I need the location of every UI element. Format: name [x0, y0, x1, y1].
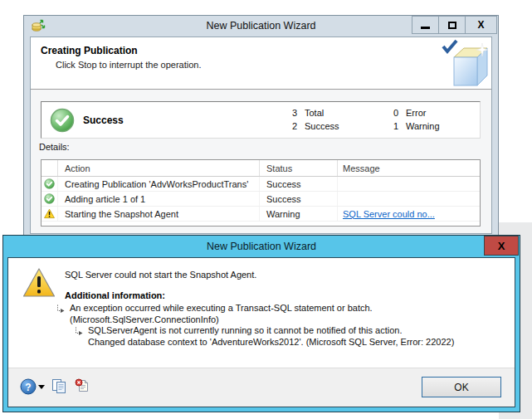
error-detail: SQLServerAgent is not currently running …: [88, 325, 454, 348]
dialog-titlebar[interactable]: New Publication Wizard X: [3, 236, 520, 257]
warning-icon: [44, 208, 55, 219]
wizard-body: Success 3 Total 2 Success 0: [31, 90, 491, 233]
stat-warning-label: Warning: [406, 121, 440, 131]
dialog-footer: ?: [8, 368, 515, 407]
stat-success-value: 2: [287, 121, 297, 131]
success-icon: [44, 193, 55, 204]
row-message: [338, 192, 480, 206]
row-action: Creating Publication 'AdvWorksProductTra…: [58, 177, 260, 191]
additional-info-label: Additional information:: [65, 290, 165, 300]
svg-text:?: ?: [25, 382, 31, 393]
table-row[interactable]: Starting the Snapshot Agent Warning SQL …: [41, 207, 480, 222]
success-icon: [44, 178, 55, 189]
table-header: Action Status Message: [41, 160, 480, 177]
save-error-report-button[interactable]: [75, 378, 90, 393]
dialog-body: SQL Server could not start the Snapshot …: [7, 257, 515, 407]
close-icon: X: [498, 240, 505, 252]
copy-icon: [51, 378, 66, 393]
close-button[interactable]: X: [465, 16, 497, 34]
copy-message-button[interactable]: [51, 378, 66, 393]
dropdown-caret-icon: [38, 385, 45, 389]
page-subtitle: Click Stop to interrupt the operation.: [56, 60, 201, 70]
detail-line: SQLServerAgent is not currently running …: [88, 325, 454, 337]
summary-stats-left: 3 Total 2 Success: [287, 106, 339, 133]
replication-database-icon: [31, 18, 46, 33]
row-status: Warning: [260, 207, 338, 221]
maximize-button[interactable]: [438, 16, 466, 34]
stat-success: 2 Success: [287, 119, 339, 133]
warning-message-link[interactable]: SQL Server could no...: [343, 209, 435, 219]
stat-total: 3 Total: [287, 106, 339, 119]
stat-total-label: Total: [305, 108, 324, 118]
stat-warning-value: 1: [388, 121, 398, 131]
details-table: Action Status Message Creating Publicati…: [41, 159, 481, 227]
stat-total-value: 3: [287, 108, 297, 118]
dialog-close-button[interactable]: X: [484, 236, 519, 256]
wizard-book-icon: [441, 39, 489, 87]
column-icon: [41, 160, 58, 176]
page-title: Creating Publication: [41, 45, 138, 56]
wizard-content: Creating Publication Click Stop to inter…: [30, 37, 492, 234]
row-status: Success: [260, 192, 338, 206]
column-message[interactable]: Message: [338, 160, 480, 176]
minimize-button[interactable]: [412, 16, 439, 34]
wizard-header: Creating Publication Click Stop to inter…: [31, 37, 491, 90]
error-message: SQL Server could not start the Snapshot …: [65, 270, 256, 280]
help-button[interactable]: ?: [20, 378, 45, 395]
table-row[interactable]: Creating Publication 'AdvWorksProductTra…: [41, 177, 480, 192]
row-message: [338, 177, 480, 191]
error-detail: An exception occurred while executing a …: [70, 303, 373, 325]
success-icon: [50, 108, 75, 133]
stat-error-label: Error: [406, 108, 426, 118]
details-label: Details:: [39, 142, 70, 152]
stat-success-label: Success: [305, 121, 339, 131]
column-status[interactable]: Status: [260, 160, 338, 176]
column-action[interactable]: Action: [58, 160, 260, 176]
row-status: Success: [260, 177, 338, 191]
stat-warning: 1 Warning: [388, 119, 440, 133]
wizard-window: New Publication Wizard X Creating Public…: [23, 15, 499, 241]
warning-icon: [22, 267, 56, 299]
summary-panel: Success 3 Total 2 Success 0: [41, 101, 481, 139]
help-icon: ?: [20, 378, 37, 395]
row-action: Adding article 1 of 1: [58, 192, 260, 206]
desktop: New Publication Wizard X Creating Public…: [0, 0, 532, 419]
maximize-icon: [448, 22, 456, 29]
detail-line: An exception occurred while executing a …: [70, 303, 373, 314]
detail-line: Changed database context to 'AdventureWo…: [88, 337, 454, 348]
table-row[interactable]: Adding article 1 of 1 Success: [41, 192, 480, 207]
error-report-icon: [75, 378, 90, 393]
row-action: Starting the Snapshot Agent: [58, 207, 260, 221]
stat-error-value: 0: [388, 108, 398, 118]
detail-arrow-icon: [56, 305, 66, 314]
summary-status: Success: [83, 114, 124, 126]
dialog-title: New Publication Wizard: [3, 236, 520, 257]
minimize-icon: [421, 27, 430, 29]
summary-stats-right: 0 Error 1 Warning: [388, 106, 440, 133]
close-icon: X: [477, 19, 484, 31]
detail-arrow-icon: [74, 327, 84, 337]
ok-button[interactable]: OK: [422, 377, 501, 397]
wizard-titlebar[interactable]: New Publication Wizard X: [24, 16, 498, 37]
error-dialog: New Publication Wizard X SQL Server coul…: [2, 235, 520, 412]
detail-line: (Microsoft.SqlServer.ConnectionInfo): [70, 314, 373, 326]
stat-error: 0 Error: [388, 106, 440, 119]
window-controls: X: [412, 16, 497, 34]
